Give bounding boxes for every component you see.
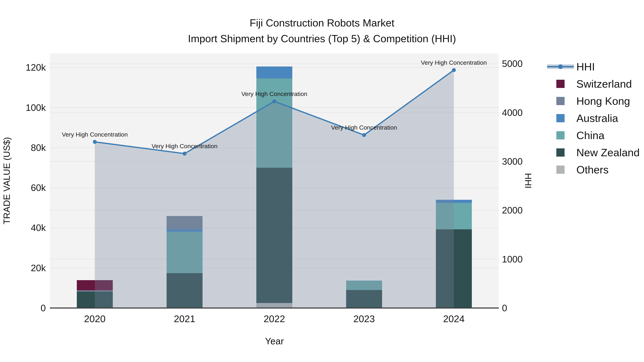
y-left-tick-60k: 60k — [31, 183, 46, 193]
hhi-swatch — [547, 58, 574, 75]
annotation-2024: Very High Concentration — [421, 59, 487, 66]
y-left-tick-100k: 100k — [26, 102, 46, 113]
others-swatch — [547, 161, 574, 178]
new-zealand-color-square — [556, 148, 564, 157]
legend-label-hong-kong: Hong Kong — [576, 95, 630, 107]
x-tick-label-2021: 2021 — [174, 313, 195, 324]
y-left-tick-20k: 20k — [31, 263, 46, 273]
hhi-marker-2021[interactable] — [183, 152, 186, 156]
legend-label-switzerland: Switzerland — [576, 78, 632, 90]
y-right-tick-4000: 4000 — [502, 107, 523, 118]
legend: HHISwitzerlandHong KongAustraliaChinaNew… — [547, 58, 640, 178]
legend-label-others: Others — [576, 164, 608, 176]
y-left-tick-0: 0 — [40, 303, 46, 313]
y-right-tick-5000: 5000 — [502, 58, 523, 69]
y-right-tick-3000: 3000 — [502, 156, 523, 167]
x-tick-label-2023: 2023 — [353, 313, 375, 324]
y-right-tick-1000: 1000 — [502, 254, 523, 264]
hhi-marker-2024[interactable] — [452, 68, 456, 72]
annotation-2021: Very High Concentration — [152, 143, 218, 149]
bar-segment-australia-2022[interactable] — [256, 66, 292, 78]
switzerland-color-square — [556, 80, 564, 88]
y-left-tick-80k: 80k — [31, 142, 46, 153]
hong-kong-swatch — [547, 92, 574, 110]
legend-item-china[interactable]: China — [547, 127, 640, 144]
annotation-2022: Very High Concentration — [241, 90, 307, 97]
hhi-marker-2022[interactable] — [272, 99, 276, 103]
chart-canvas: Fiji Construction Robots Market Import S… — [0, 0, 644, 362]
china-color-square — [556, 131, 564, 139]
others-color-square — [556, 166, 564, 174]
australia-color-square — [556, 114, 564, 122]
hong-kong-color-square — [556, 97, 564, 105]
annotation-2023: Very High Concentration — [331, 124, 397, 131]
x-tick-label-2022: 2022 — [264, 313, 285, 324]
y-right-tick-2000: 2000 — [502, 205, 523, 215]
legend-item-switzerland[interactable]: Switzerland — [547, 75, 640, 92]
legend-label-china: China — [576, 129, 604, 142]
legend-item-new-zealand[interactable]: New Zealand — [547, 144, 640, 161]
x-tick-label-2020: 2020 — [84, 313, 106, 324]
hhi-marker-2023[interactable] — [362, 133, 366, 137]
annotation-2020: Very High Concentration — [62, 131, 128, 138]
legend-item-hhi[interactable]: HHI — [547, 58, 640, 75]
y-right-tick-0: 0 — [502, 303, 507, 313]
legend-label-hhi: HHI — [576, 61, 595, 73]
switzerland-swatch — [547, 75, 574, 92]
australia-swatch — [547, 110, 574, 127]
x-tick-label-2024: 2024 — [443, 313, 464, 324]
hhi-marker-swatch — [558, 64, 563, 69]
new-zealand-swatch — [547, 144, 574, 161]
legend-item-others[interactable]: Others — [547, 161, 640, 178]
legend-label-australia: Australia — [576, 112, 618, 124]
y-left-tick-40k: 40k — [31, 223, 46, 233]
legend-item-hong-kong[interactable]: Hong Kong — [547, 92, 640, 110]
legend-item-australia[interactable]: Australia — [547, 110, 640, 127]
china-swatch — [547, 127, 574, 144]
y-left-tick-120k: 120k — [26, 62, 46, 73]
legend-label-new-zealand: New Zealand — [576, 146, 640, 159]
hhi-marker-2020[interactable] — [93, 140, 97, 144]
plot-area: Very High ConcentrationVery High Concent… — [0, 0, 644, 362]
